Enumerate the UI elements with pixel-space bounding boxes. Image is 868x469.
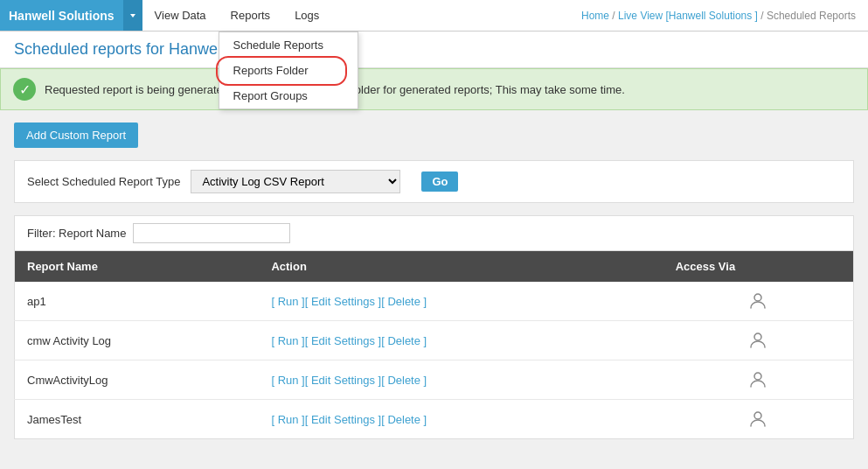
delete-link[interactable]: [ Delete ]	[381, 295, 427, 308]
edit-settings-link[interactable]: [ Edit Settings ]	[305, 334, 381, 347]
nav-reports[interactable]: Reports Schedule Reports Reports Folder …	[219, 0, 283, 31]
report-table: Report Name Action Access Via ap1[ Run ]…	[14, 250, 854, 439]
table-header-row: Report Name Action Access Via	[15, 251, 854, 283]
nav-logs[interactable]: Logs	[282, 0, 331, 31]
go-button[interactable]: Go	[421, 172, 458, 192]
body-area: Add Custom Report Select Scheduled Repor…	[0, 110, 868, 452]
table-row: cmw Activity Log[ Run ][ Edit Settings ]…	[15, 321, 854, 360]
dropdown-schedule-reports[interactable]: Schedule Reports	[219, 32, 358, 58]
breadcrumb: Home / Live View [Hanwell Solutions ] / …	[581, 10, 868, 22]
select-row: Select Scheduled Report Type Activity Lo…	[14, 160, 854, 203]
nav-view-data[interactable]: View Data	[142, 0, 219, 31]
svg-point-1	[754, 294, 761, 301]
table-header: Report Name Action Access Via	[15, 251, 854, 283]
add-custom-report-button[interactable]: Add Custom Report	[14, 122, 138, 148]
svg-marker-0	[130, 14, 135, 18]
delete-link[interactable]: [ Delete ]	[381, 413, 427, 426]
table-row: CmwActivityLog[ Run ][ Edit Settings ][ …	[15, 360, 854, 400]
filter-row: Filter: Report Name	[14, 215, 854, 250]
dropdown-report-groups[interactable]: Report Groups	[219, 83, 358, 108]
cell-access-via	[663, 360, 854, 400]
run-link[interactable]: [ Run ]	[271, 374, 304, 387]
page-header: Scheduled reports for Hanwell Solutions	[0, 32, 868, 68]
cell-action: [ Run ][ Edit Settings ][ Delete ]	[259, 282, 663, 321]
cell-access-via	[663, 282, 854, 321]
run-link[interactable]: [ Run ]	[271, 413, 304, 426]
edit-settings-link[interactable]: [ Edit Settings ]	[305, 295, 381, 308]
filter-input[interactable]	[133, 223, 290, 243]
page-title: Scheduled reports for Hanwell Solutions	[14, 40, 854, 59]
run-link[interactable]: [ Run ]	[271, 334, 304, 347]
alert-banner: ✓ Requested report is being generated, p…	[0, 68, 868, 110]
select-label: Select Scheduled Report Type	[27, 175, 180, 188]
table-row: JamesTest[ Run ][ Edit Settings ][ Delet…	[15, 400, 854, 439]
brand[interactable]: Hanwell Solutions	[0, 0, 123, 31]
breadcrumb-live-view[interactable]: Live View [Hanwell Solutions ]	[618, 10, 758, 22]
edit-settings-link[interactable]: [ Edit Settings ]	[305, 374, 381, 387]
breadcrumb-sep2: /	[760, 10, 767, 22]
cell-report-name: CmwActivityLog	[15, 360, 260, 400]
edit-settings-link[interactable]: [ Edit Settings ]	[305, 413, 381, 426]
dropdown-reports-folder[interactable]: Reports Folder	[219, 58, 358, 83]
cell-action: [ Run ][ Edit Settings ][ Delete ]	[259, 360, 663, 400]
nav-links: View Data Reports Schedule Reports Repor…	[142, 0, 332, 31]
navbar: Hanwell Solutions View Data Reports Sche…	[0, 0, 868, 32]
col-access-via: Access Via	[663, 251, 854, 283]
report-type-select[interactable]: Activity Log CSV Report	[191, 170, 400, 193]
cell-access-via	[663, 321, 854, 360]
delete-link[interactable]: [ Delete ]	[381, 334, 427, 347]
cell-action: [ Run ][ Edit Settings ][ Delete ]	[259, 400, 663, 439]
brand-dropdown-arrow[interactable]	[123, 0, 142, 31]
chevron-down-icon	[128, 11, 137, 20]
cell-report-name: cmw Activity Log	[15, 321, 260, 360]
breadcrumb-home[interactable]: Home	[581, 10, 609, 22]
col-action: Action	[259, 251, 663, 283]
filter-label: Filter: Report Name	[27, 227, 126, 240]
person-icon	[676, 290, 841, 312]
table-row: ap1[ Run ][ Edit Settings ][ Delete ]	[15, 282, 854, 321]
breadcrumb-current: Scheduled Reports	[767, 10, 856, 22]
svg-point-4	[754, 412, 761, 419]
cell-access-via	[663, 400, 854, 439]
svg-point-3	[754, 373, 761, 380]
person-icon	[676, 369, 841, 390]
brand-label: Hanwell Solutions	[9, 9, 115, 23]
person-icon	[676, 330, 841, 351]
table-body: ap1[ Run ][ Edit Settings ][ Delete ] cm…	[15, 282, 854, 439]
svg-point-2	[754, 333, 761, 340]
reports-dropdown: Schedule Reports Reports Folder Report G…	[219, 32, 358, 109]
cell-report-name: JamesTest	[15, 400, 260, 439]
person-icon	[676, 409, 841, 430]
success-icon: ✓	[13, 78, 36, 101]
col-report-name: Report Name	[15, 251, 260, 283]
run-link[interactable]: [ Run ]	[271, 295, 304, 308]
cell-action: [ Run ][ Edit Settings ][ Delete ]	[259, 321, 663, 360]
cell-report-name: ap1	[15, 282, 260, 321]
delete-link[interactable]: [ Delete ]	[381, 374, 427, 387]
